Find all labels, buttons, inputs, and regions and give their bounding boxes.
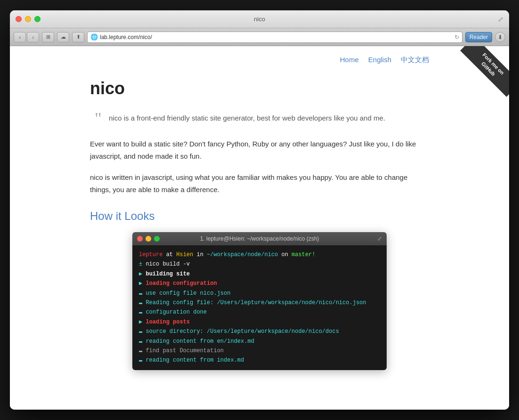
reader-button[interactable]: Reader [465,32,492,42]
fork-ribbon-text[interactable]: Fork me onGitHub [460,46,509,97]
expand-icon: ⤢ [498,16,503,23]
terminal-minimize[interactable] [146,236,151,242]
terminal-maximize[interactable] [154,236,160,242]
terminal-container: 1. lepture@Hsien: ~/workspace/node/nico … [132,232,387,370]
browser-window: nico ⤢ ‹ › ⊞ ☁ ⬆ 🌐 ↻ Reader ⬇ Fork me on… [10,10,509,410]
traffic-lights [16,16,41,22]
terminal-line-5: ▬ use config file nico.json [139,289,380,298]
terminal-expand-icon: ⤢ [377,235,382,242]
cloud-button[interactable]: ☁ [57,32,69,42]
terminal-line-2: ± nico build -v [139,259,380,269]
back-button[interactable]: ‹ [14,32,26,42]
minimize-button[interactable] [25,16,31,22]
terminal-line-10: ▬ reading content from en/index.md [139,337,380,346]
quote-text: nico is a front-end friendly static site… [109,113,429,124]
toolbar: ‹ › ⊞ ☁ ⬆ 🌐 ↻ Reader ⬇ [10,28,509,46]
downloads-button[interactable]: ⬇ [495,32,505,42]
grid-button[interactable]: ⊞ [42,32,54,42]
terminal-prompt-user: lepture [139,251,162,258]
refresh-icon[interactable]: ↻ [454,34,459,40]
terminal-titlebar: 1. lepture@Hsien: ~/workspace/node/nico … [132,232,387,245]
nav-chinese[interactable]: 中文文档 [401,56,429,65]
terminal-line-8: ▶ loading posts [139,317,380,327]
fork-ribbon[interactable]: Fork me onGitHub [453,46,509,103]
paragraph-2: nico is written in javascript, using wha… [90,171,429,195]
globe-icon: 🌐 [90,33,98,40]
terminal-line-6: ▬ Reading config file: /Users/lepture/wo… [139,298,380,307]
page-content: Fork me onGitHub Home English 中文文档 nico … [10,46,509,410]
site-title: nico [90,79,429,98]
nav-buttons: ‹ › [14,32,39,42]
page-inner: Home English 中文文档 nico " nico is a front… [81,46,438,389]
nav-english[interactable]: English [368,56,391,65]
terminal-line-3: ▶ building site [139,269,380,279]
quote-mark: " [95,110,102,127]
terminal-line-7: ▬ configuration done [139,307,380,317]
address-input[interactable] [100,34,453,40]
window-title: nico [254,16,265,23]
terminal-title: 1. lepture@Hsien: ~/workspace/node/nico … [200,235,319,242]
terminal-line-4: ▶ loading configuration [139,279,380,288]
paragraph-1: Ever want to build a static site? Don't … [90,138,429,162]
share-button[interactable]: ⬆ [72,32,84,42]
section-heading: How it Looks [90,210,429,223]
maximize-button[interactable] [34,16,41,22]
terminal-line-1: lepture at Hsien in ~/workspace/node/nic… [139,250,380,259]
terminal-line-12: ▬ reading content from index.md [139,355,380,365]
terminal-line-11: ▬ find past Documentation [139,346,380,355]
nav-home[interactable]: Home [340,56,359,65]
terminal-line-9: ▬ source directory: /Users/lepture/works… [139,327,380,336]
close-button[interactable] [16,16,22,22]
address-bar-container: 🌐 ↻ [87,32,462,43]
titlebar: nico ⤢ [10,10,509,28]
forward-button[interactable]: › [27,32,39,42]
terminal-close[interactable] [137,236,143,242]
quote-block: " nico is a front-end friendly static si… [109,113,429,124]
nav-links: Home English 中文文档 [90,46,429,79]
terminal-body: lepture at Hsien in ~/workspace/node/nic… [132,245,387,370]
